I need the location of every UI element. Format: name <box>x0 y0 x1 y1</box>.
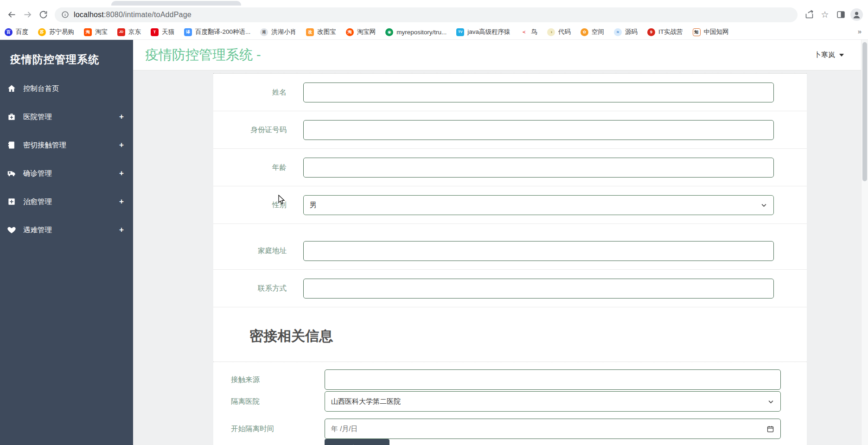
sidebar-item-label: 密切接触管理 <box>23 140 66 150</box>
bookmarks-overflow-chevron[interactable]: » <box>858 27 862 35</box>
bookmark-favicon: ✿ <box>581 28 588 36</box>
bookmark-label: java高级程序猿 <box>467 28 510 36</box>
bookmark-item[interactable]: 肖 洪湖小肖 <box>260 28 296 36</box>
profile-button[interactable] <box>849 7 864 23</box>
mouse-cursor <box>278 195 286 205</box>
person-icon <box>852 10 862 19</box>
user-menu[interactable]: 卜寒岚 <box>814 51 856 59</box>
date-placeholder: 年 /月/日 <box>331 425 358 433</box>
home-address-field[interactable] <box>303 241 774 261</box>
sidebar-item-cured[interactable]: 治愈管理 + <box>0 189 133 215</box>
expand-plus-icon[interactable]: + <box>119 112 124 121</box>
scrollbar[interactable] <box>861 40 868 445</box>
chevron-down-icon <box>767 398 774 405</box>
bookmark-item[interactable]: 改 改图宝 <box>306 28 336 36</box>
form-card: 姓名身份证号码年龄性别男家庭地址联系方式 密接相关信息 接触来源隔离医院山西医科… <box>213 73 807 445</box>
bookmark-item[interactable]: 知 中国知网 <box>693 28 729 36</box>
scrollbar-thumb[interactable] <box>862 42 867 181</box>
id-number-field[interactable] <box>303 120 774 140</box>
bookmark-label: 改图宝 <box>317 28 336 36</box>
site-info-icon[interactable] <box>61 11 69 19</box>
isolation-start-date-field[interactable]: 年 /月/日 <box>325 419 781 439</box>
expand-plus-icon[interactable]: + <box>119 140 124 150</box>
bookmark-favicon: 译 <box>184 28 192 36</box>
field-label: 家庭地址 <box>213 246 303 256</box>
sidebar-nav: 控制台首页 医院管理 + 密切接触管理 + 确诊管理 + 治愈管理 + 遇难管理… <box>0 76 133 243</box>
sidebar-item-label: 医院管理 <box>23 112 52 122</box>
forward-button[interactable] <box>19 7 35 23</box>
chevron-down-icon <box>839 54 844 57</box>
name-field[interactable] <box>303 83 774 102</box>
profile-avatar <box>850 8 863 21</box>
address-bar[interactable]: localhost:8080/intimate/toAddPage <box>55 7 798 22</box>
add-intimate-button[interactable]: 添加密接信息 <box>325 439 389 445</box>
expand-plus-icon[interactable]: + <box>119 225 124 235</box>
expand-plus-icon[interactable]: + <box>119 169 124 178</box>
field-label: 身份证号码 <box>213 125 303 135</box>
sidebar-app-title: 疫情防控管理系统 <box>0 40 133 73</box>
bookmark-item[interactable]: ✿ 空间 <box>581 28 604 36</box>
bookmark-item[interactable]: 译 百度翻译-200种语... <box>184 28 250 36</box>
url-text: localhost:8080/intimate/toAddPage <box>74 11 191 19</box>
sidebar-item-label: 遇难管理 <box>23 225 52 235</box>
tab-strip <box>0 0 868 5</box>
isolation-hospital-select[interactable]: 山西医科大学第二医院 <box>325 391 781 412</box>
bookmark-item[interactable]: ≺ 鸟 <box>520 28 538 36</box>
sidebar-item-console-home[interactable]: 控制台首页 <box>0 76 133 102</box>
username: 卜寒岚 <box>814 51 835 59</box>
bookmark-label: 鸟 <box>531 28 538 36</box>
field-label: 联系方式 <box>213 284 303 293</box>
gender-select[interactable]: 男 <box>303 195 774 215</box>
contact-source-field[interactable] <box>325 369 781 390</box>
sidebar-item-hospital[interactable]: 医院管理 + <box>0 104 133 130</box>
side-panel-button[interactable] <box>833 7 849 23</box>
sidebar-item-label: 控制台首页 <box>23 84 59 94</box>
bookmark-favicon: 苏 <box>38 28 46 36</box>
sidebar-item-confirmed[interactable]: 确诊管理 + <box>0 160 133 186</box>
bookmark-label: 苏宁易购 <box>49 28 74 36</box>
field-label: 姓名 <box>213 88 303 97</box>
bookmark-item[interactable]: ≈ 源码 <box>614 28 638 36</box>
select-value: 山西医科大学第二医院 <box>331 397 401 406</box>
bookmark-label: 代码 <box>558 28 571 36</box>
browser-window: localhost:8080/intimate/toAddPage ☆ 百 百度… <box>0 0 868 445</box>
select-value: 男 <box>310 201 317 210</box>
form-row: 年龄 <box>213 149 807 186</box>
bookmark-label: 淘宝 <box>95 28 108 36</box>
reload-button[interactable] <box>35 7 51 23</box>
bookmark-item[interactable]: 百 百度 <box>5 28 28 36</box>
bookmark-item[interactable]: TV java高级程序猿 <box>456 28 510 36</box>
form-row: 姓名 <box>213 74 807 111</box>
age-field[interactable] <box>303 158 774 178</box>
bookmark-label: IT实战营 <box>658 28 683 36</box>
sidebar-item-label: 确诊管理 <box>23 169 52 178</box>
bookmark-item[interactable]: JD 京东 <box>117 28 141 36</box>
sidebar-item-close-contact[interactable]: 密切接触管理 + <box>0 132 133 158</box>
sidebar: 疫情防控管理系统 控制台首页 医院管理 + 密切接触管理 + 确诊管理 + 治愈… <box>0 40 133 445</box>
bookmark-item[interactable]: 淘 淘宝网 <box>346 28 376 36</box>
bookmark-label: 源码 <box>625 28 638 36</box>
bookmark-label: 京东 <box>128 28 141 36</box>
back-button[interactable] <box>4 7 19 23</box>
bookmark-item[interactable]: 苏 苏宁易购 <box>38 28 74 36</box>
ambulance-icon <box>7 169 16 178</box>
sidebar-item-deceased[interactable]: 遇难管理 + <box>0 217 133 243</box>
bookmark-label: 天猫 <box>162 28 174 36</box>
chevron-down-icon <box>760 202 767 209</box>
bookmark-item[interactable]: ◉ myrepository/tru... <box>385 28 447 36</box>
bookmark-item[interactable]: T 天猫 <box>151 28 174 36</box>
bookmark-favicon: TV <box>456 28 464 36</box>
bookmark-star-button[interactable]: ☆ <box>817 7 833 23</box>
share-button[interactable] <box>801 7 817 23</box>
form-row: 开始隔离时间年 /月/日 <box>213 419 807 439</box>
bookmark-favicon: 肖 <box>260 28 268 36</box>
bookmark-favicon: ◉ <box>385 28 393 36</box>
bookmark-item[interactable]: ◑ 代码 <box>547 28 571 36</box>
contact-field[interactable] <box>303 279 774 299</box>
expand-plus-icon[interactable]: + <box>119 197 124 206</box>
browser-tab[interactable] <box>111 1 241 6</box>
bookmark-item[interactable]: 9 IT实战营 <box>647 28 683 36</box>
bookmark-item[interactable]: 淘 淘宝 <box>84 28 108 36</box>
bookmark-label: 中国知网 <box>704 28 729 36</box>
form-row: 隔离医院山西医科大学第二医院 <box>213 391 807 412</box>
